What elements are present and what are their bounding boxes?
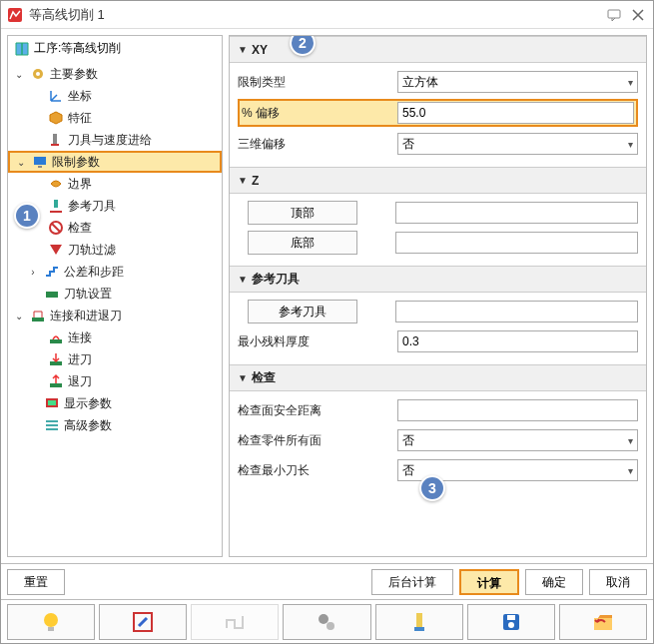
tree: 1 ⌄ 主要参数 坐标 特征 刀具与速度进给 ⌄ 限制参数 bbox=[8, 61, 222, 556]
tree-node-reftool[interactable]: 参考刀具 bbox=[8, 195, 222, 217]
svg-rect-10 bbox=[46, 292, 58, 298]
min-rest-input[interactable]: 0.3 bbox=[397, 330, 638, 352]
field-pct-offset: % 偏移 55.0 bbox=[238, 99, 638, 127]
gear-icon bbox=[30, 66, 46, 82]
bottom-bar: 重置 后台计算 计算 确定 取消 bbox=[1, 563, 653, 599]
section-header-check[interactable]: ▼ 检查 bbox=[230, 365, 646, 391]
tree-header-label: 工序:等高线切削 bbox=[34, 40, 121, 57]
book-icon bbox=[14, 41, 30, 57]
tree-node-leadin[interactable]: 进刀 bbox=[8, 348, 222, 370]
tree-node-mainparams[interactable]: ⌄ 主要参数 bbox=[8, 63, 222, 85]
tree-node-check[interactable]: 检查 bbox=[8, 217, 222, 239]
tool-button[interactable] bbox=[375, 604, 463, 640]
tree-node-tolstep[interactable]: › 公差和步距 bbox=[8, 261, 222, 283]
svg-point-23 bbox=[319, 614, 328, 624]
limit-type-select[interactable]: 立方体▾ bbox=[397, 71, 638, 93]
svg-rect-26 bbox=[414, 627, 424, 631]
app-icon bbox=[7, 7, 23, 23]
leadin-icon bbox=[48, 351, 64, 367]
bgcalc-button[interactable]: 后台计算 bbox=[371, 569, 453, 595]
blank-icon bbox=[26, 287, 40, 301]
svg-rect-11 bbox=[32, 318, 44, 322]
section-header-z[interactable]: ▼ Z bbox=[230, 168, 646, 194]
section-header-reftool[interactable]: ▼ 参考刀具 bbox=[230, 267, 646, 293]
field-offset3d: 三维偏移 否▾ bbox=[238, 131, 638, 157]
reset-button[interactable]: 重置 bbox=[7, 569, 65, 595]
tree-node-limitparams[interactable]: ⌄ 限制参数 bbox=[8, 151, 222, 173]
top-button[interactable]: 顶部 bbox=[248, 201, 357, 225]
svg-rect-14 bbox=[50, 383, 62, 387]
reftool-input[interactable] bbox=[395, 301, 638, 322]
tree-node-coord[interactable]: 坐标 bbox=[8, 85, 222, 107]
svg-rect-6 bbox=[34, 157, 46, 165]
bottom-button[interactable]: 底部 bbox=[248, 231, 357, 255]
cancel-button[interactable]: 取消 bbox=[589, 569, 647, 595]
callout-1: 1 bbox=[14, 203, 40, 229]
path-button[interactable] bbox=[191, 604, 279, 640]
tree-node-link[interactable]: 连接 bbox=[8, 326, 222, 348]
gears-button[interactable] bbox=[283, 604, 370, 640]
field-top: 顶部 bbox=[238, 200, 638, 226]
chevron-right-icon: › bbox=[26, 265, 40, 279]
tree-node-advanced[interactable]: 高级参数 bbox=[8, 414, 222, 436]
svg-point-3 bbox=[36, 72, 40, 76]
svg-rect-5 bbox=[51, 144, 59, 146]
svg-rect-12 bbox=[50, 339, 62, 343]
window-title: 等高线切削 1 bbox=[29, 6, 599, 24]
svg-rect-21 bbox=[48, 627, 54, 631]
icon-bar bbox=[1, 599, 653, 643]
tree-node-feature[interactable]: 特征 bbox=[8, 107, 222, 129]
svg-rect-16 bbox=[48, 400, 56, 405]
field-limit-type: 限制类型 立方体▾ bbox=[238, 69, 638, 95]
cube-icon bbox=[48, 110, 64, 126]
tree-node-pathfilter[interactable]: 刀轨过滤 bbox=[8, 239, 222, 261]
form-pane: 2 3 ▼ XY 限制类型 立方体▾ % 偏移 55.0 三维偏移 否▾ bbox=[229, 35, 647, 557]
tree-node-display[interactable]: 显示参数 bbox=[8, 392, 222, 414]
svg-rect-8 bbox=[54, 200, 58, 208]
step-icon bbox=[44, 264, 60, 280]
safe-dist-input[interactable] bbox=[397, 399, 638, 421]
svg-rect-1 bbox=[608, 10, 620, 18]
offset3d-select[interactable]: 否▾ bbox=[397, 133, 638, 155]
tree-node-boundary[interactable]: 边界 bbox=[8, 173, 222, 195]
ok-button[interactable]: 确定 bbox=[525, 569, 583, 595]
tree-node-pathset[interactable]: 刀轨设置 bbox=[8, 283, 222, 305]
pct-offset-input[interactable]: 55.0 bbox=[397, 102, 634, 124]
svg-rect-7 bbox=[38, 166, 42, 168]
svg-point-20 bbox=[44, 613, 58, 627]
comment-icon[interactable] bbox=[605, 6, 623, 24]
tree-node-linklead[interactable]: ⌄ 连接和进退刀 bbox=[8, 305, 222, 326]
svg-rect-19 bbox=[46, 428, 58, 430]
boundary-icon bbox=[48, 176, 64, 192]
open-button[interactable] bbox=[559, 604, 647, 640]
callout-3: 3 bbox=[419, 475, 445, 501]
field-min-rest: 最小残料厚度 0.3 bbox=[238, 328, 638, 354]
field-reftool-btn: 参考刀具 bbox=[238, 299, 638, 324]
section-reftool: ▼ 参考刀具 参考刀具 最小残料厚度 0.3 bbox=[230, 266, 646, 364]
bottom-input[interactable] bbox=[395, 232, 638, 254]
edit-button[interactable] bbox=[99, 604, 187, 640]
title-bar: 等高线切削 1 bbox=[1, 1, 653, 29]
top-input[interactable] bbox=[395, 202, 638, 224]
tree-node-leadout[interactable]: 退刀 bbox=[8, 370, 222, 392]
chevron-down-icon: ⌄ bbox=[12, 67, 26, 81]
chevron-down-icon: ▾ bbox=[628, 139, 633, 150]
main-area: 工序:等高线切削 1 ⌄ 主要参数 坐标 特征 刀具与速度进给 ⌄ bbox=[1, 29, 653, 563]
chevron-down-icon: ⌄ bbox=[12, 309, 26, 322]
allfaces-select[interactable]: 否▾ bbox=[397, 429, 638, 451]
bulb-button[interactable] bbox=[7, 604, 95, 640]
svg-point-29 bbox=[508, 622, 514, 628]
chevron-down-icon: ⌄ bbox=[14, 155, 28, 169]
nocheck-icon bbox=[48, 220, 64, 236]
filter-icon bbox=[48, 242, 64, 258]
chevron-down-icon: ▾ bbox=[628, 77, 633, 88]
save-button[interactable] bbox=[467, 604, 555, 640]
reftool-button[interactable]: 参考刀具 bbox=[248, 300, 357, 323]
link-icon bbox=[30, 308, 46, 323]
calc-button[interactable]: 计算 bbox=[459, 569, 519, 595]
tree-node-toolspeed[interactable]: 刀具与速度进给 bbox=[8, 129, 222, 151]
chevron-down-icon: ▾ bbox=[628, 435, 633, 446]
close-icon[interactable] bbox=[629, 6, 647, 24]
tool-icon bbox=[48, 132, 64, 148]
section-xy: ▼ XY 限制类型 立方体▾ % 偏移 55.0 三维偏移 否▾ bbox=[230, 36, 646, 167]
